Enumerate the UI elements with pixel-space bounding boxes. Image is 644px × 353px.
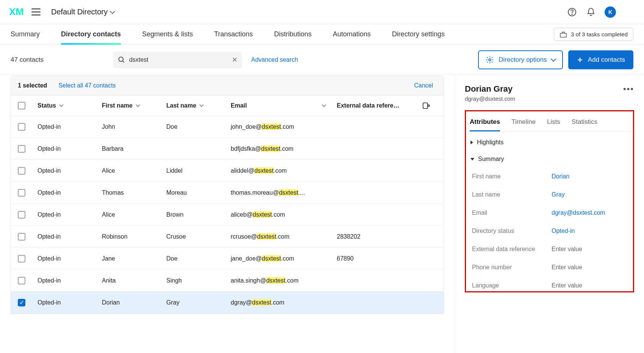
table-row[interactable]: Opted-inRobinsonCrusoercrusoe@dsxtest.co…: [11, 226, 444, 248]
triangle-right-icon: [470, 141, 473, 144]
tab-directory-settings[interactable]: Directory settings: [392, 24, 445, 44]
table-row[interactable]: Opted-inAliceLiddelaliddel@dsxtest.com: [11, 160, 444, 182]
cell-first: John: [97, 123, 161, 130]
tab-distributions[interactable]: Distributions: [274, 24, 312, 44]
detail-tab-attributes[interactable]: Attributes: [470, 115, 500, 131]
triangle-down-icon: [470, 158, 474, 161]
tab-summary[interactable]: Summary: [11, 24, 40, 44]
row-checkbox[interactable]: [18, 211, 25, 219]
col-first-name[interactable]: First name: [97, 102, 161, 109]
cell-last: Doe: [161, 255, 225, 262]
field-ext-value[interactable]: Enter value: [552, 246, 627, 253]
cell-status: Opted-in: [32, 277, 97, 284]
detail-tab-lists[interactable]: Lists: [547, 115, 560, 131]
cell-first: Alice: [97, 211, 161, 218]
detail-tab-statistics[interactable]: Statistics: [572, 115, 597, 131]
detail-tab-timeline[interactable]: Timeline: [511, 115, 536, 131]
col-last-name[interactable]: Last name: [161, 102, 225, 109]
tasks-completed-badge[interactable]: 3 of 3 tasks completed: [554, 28, 633, 41]
row-checkbox[interactable]: [18, 277, 25, 284]
table-header: Status First name Last name Email Extern…: [11, 95, 444, 116]
tab-transactions[interactable]: Transactions: [214, 24, 253, 44]
cell-email: anita.singh@dsxtest.com: [225, 277, 331, 284]
field-first-name-label: First name: [472, 173, 552, 180]
chevron-down-icon: [199, 103, 203, 107]
table-row[interactable]: ✓Opted-inDorianGraydgray@dsxtest.com: [11, 292, 444, 314]
row-checkbox[interactable]: [18, 167, 25, 175]
cell-last: Crusoe: [161, 233, 225, 240]
hamburger-icon[interactable]: [31, 8, 41, 16]
field-status-value[interactable]: Opted-in: [552, 228, 627, 234]
bell-icon[interactable]: [586, 7, 596, 17]
field-last-name-label: Last name: [472, 191, 552, 198]
search-input-wrap[interactable]: ✕: [113, 52, 242, 68]
cell-status: Opted-in: [32, 123, 97, 130]
select-all-link[interactable]: Select all 47 contacts: [58, 82, 116, 89]
cell-first: Alice: [97, 167, 161, 174]
chevron-down-icon: [110, 8, 115, 14]
selection-count: 1 selected: [18, 82, 47, 89]
row-checkbox[interactable]: ✓: [18, 299, 25, 306]
search-input[interactable]: [129, 56, 228, 63]
directory-options-button[interactable]: Directory options: [478, 50, 563, 69]
help-icon[interactable]: [567, 7, 577, 17]
cell-last: Brown: [161, 211, 225, 218]
svg-point-1: [572, 14, 572, 14]
tab-segments-lists[interactable]: Segments & lists: [142, 24, 193, 44]
add-contacts-button[interactable]: Add contacts: [568, 50, 633, 69]
brand-logo[interactable]: XM: [9, 6, 24, 18]
row-checkbox[interactable]: [18, 189, 25, 197]
chevron-down-icon: [136, 103, 140, 107]
field-first-name-value[interactable]: Dorian: [552, 173, 627, 180]
column-settings-icon[interactable]: [415, 102, 438, 110]
chevron-down-icon: [322, 103, 326, 107]
briefcase-icon: [560, 31, 567, 37]
section-highlights-toggle[interactable]: Highlights: [470, 139, 628, 146]
col-status[interactable]: Status: [32, 102, 97, 109]
more-options-icon[interactable]: •••: [623, 84, 634, 102]
row-checkbox[interactable]: [18, 233, 25, 241]
directory-label: Default Directory: [51, 8, 108, 16]
cancel-selection-link[interactable]: Cancel: [414, 82, 433, 89]
field-phone-value[interactable]: Enter value: [552, 264, 627, 271]
field-last-name-value[interactable]: Gray: [552, 191, 627, 198]
contacts-table: Status First name Last name Email Extern…: [11, 95, 444, 314]
table-row[interactable]: Opted-inAnitaSinghanita.singh@dsxtest.co…: [11, 270, 444, 292]
field-email-value[interactable]: dgray@dsxtest.com: [552, 209, 627, 216]
clear-search-icon[interactable]: ✕: [232, 56, 238, 64]
cell-status: Opted-in: [32, 255, 97, 262]
table-row[interactable]: Opted-inJaneDoejane_doe@dsxtest.com67890: [11, 248, 444, 270]
table-row[interactable]: Opted-inBarbarabdfjdsfka@dsxtest.com: [11, 138, 444, 160]
advanced-search-link[interactable]: Advanced search: [251, 56, 298, 63]
row-checkbox[interactable]: [18, 123, 25, 131]
table-row[interactable]: Opted-inThomasMoreauthomas.moreau@dsxtes…: [11, 182, 444, 204]
avatar[interactable]: K: [605, 6, 616, 18]
directory-options-label: Directory options: [499, 56, 547, 64]
section-summary-toggle[interactable]: Summary: [470, 156, 628, 162]
cell-first: Dorian: [97, 299, 161, 306]
col-email[interactable]: Email: [225, 102, 331, 109]
cell-external: 67890: [331, 255, 415, 262]
apps-grid-icon[interactable]: [624, 7, 635, 17]
cell-email: thomas.moreau@dsxtest....: [225, 189, 331, 196]
cell-email: dgray@dsxtest.com: [225, 299, 331, 306]
field-lang-label: Language: [472, 282, 552, 289]
table-row[interactable]: Opted-inAliceBrownaliceb@dsxtest.com: [11, 204, 444, 226]
table-row[interactable]: Opted-inJohnDoejohn_doe@dsxtest.com: [11, 116, 444, 138]
cell-email: aliddel@dsxtest.com: [225, 167, 331, 174]
cell-last: Singh: [161, 277, 225, 284]
highlighted-region: Attributes Timeline Lists Statistics Hig…: [465, 110, 634, 292]
col-external[interactable]: External data reference: [331, 102, 415, 109]
plus-icon: [577, 56, 583, 63]
row-checkbox[interactable]: [18, 145, 25, 153]
field-lang-value[interactable]: Enter value: [552, 282, 627, 289]
cell-email: rcrusoe@dsxtest.com: [225, 233, 331, 240]
select-all-checkbox[interactable]: [18, 102, 25, 109]
tab-automations[interactable]: Automations: [333, 24, 371, 44]
svg-rect-2: [560, 33, 566, 37]
directory-selector[interactable]: Default Directory: [51, 8, 114, 16]
row-checkbox[interactable]: [18, 255, 25, 262]
tab-directory-contacts[interactable]: Directory contacts: [61, 24, 121, 44]
cell-last: Liddel: [161, 167, 225, 174]
chevron-down-icon: [551, 56, 556, 61]
